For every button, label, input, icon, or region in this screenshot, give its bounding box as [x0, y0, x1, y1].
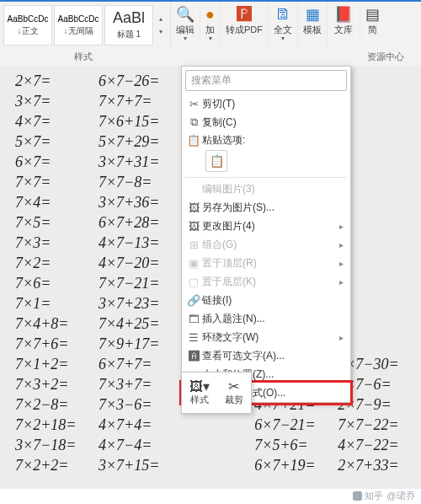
math-expression: 2×7+33= [338, 455, 421, 475]
styles-expand[interactable]: ▴ ▾ [155, 5, 167, 46]
math-expression: 7×1= [15, 293, 99, 314]
ribbon-btn-label: 文库 [334, 24, 353, 36]
style-normal[interactable]: AaBbCcDc ↓正文 [3, 5, 52, 46]
menu-label: 编辑图片(3) [202, 182, 344, 196]
chevron-right-icon: ▸ [339, 222, 344, 231]
menu-label: 置于顶层(R) [202, 256, 339, 271]
menu-label: 粘贴选项: [202, 133, 344, 147]
paste-option-keep-source[interactable]: 📋 [205, 150, 227, 172]
menu-wrap-text[interactable]: ☰ 环绕文字(W) ▸ [182, 328, 350, 346]
math-expression: 4×7−4= [99, 435, 254, 455]
menu-link[interactable]: 🔗 链接(I) [182, 291, 350, 309]
math-expression: 7×2+18= [15, 415, 99, 435]
math-expression: 6×7+19= [254, 455, 338, 475]
math-expression: 7×4= [15, 192, 99, 212]
addins-button[interactable]: ● 加 ▾ [200, 2, 221, 46]
menu-send-back: ▢ 置于底层(K) ▸ [182, 272, 350, 291]
menu-search-input[interactable]: 搜索菜单 [185, 70, 347, 91]
chevron-down-icon: ▾ [281, 35, 285, 42]
chevron-right-icon: ▸ [339, 259, 344, 268]
menu-save-as-picture[interactable]: 🖾 另存为图片(S)... [182, 198, 350, 217]
math-expression: 5×7= [15, 131, 99, 152]
ribbon-btn-label: 转成PDF [226, 24, 263, 36]
cut-icon: ✂ [185, 98, 202, 110]
picture-context-menu: 搜索菜单 ✂ 剪切(T) ⧉ 复制(C) 📋 粘贴选项: 📋 编辑图片(3) 🖾… [181, 66, 351, 403]
math-expression: 7×5+6= [254, 435, 338, 455]
menu-cut[interactable]: ✂ 剪切(T) [182, 94, 350, 113]
chevron-up-icon: ▴ [159, 15, 163, 23]
style-label-text: ↓无间隔 [64, 25, 93, 37]
picture-style-icon: 🖼▾ [189, 380, 210, 394]
simplify-button[interactable]: ▤ 简 [360, 2, 385, 46]
math-expression: 3×7−18= [15, 435, 99, 455]
mini-style-button[interactable]: 🖼▾ 样式 [182, 373, 216, 413]
addin-icon: ● [205, 5, 215, 24]
style-preview-text: AaBl [113, 10, 145, 27]
math-expression: 7×3= [15, 233, 99, 253]
menu-label: 置于底层(K) [202, 275, 339, 289]
style-label-text: ↓正文 [18, 25, 39, 37]
chevron-down-icon: ▾ [184, 35, 187, 42]
group-label-resources: 资源中心 [367, 51, 404, 63]
watermark-text: 知乎 @珺乔 [365, 490, 416, 502]
pdf-icon: 🅿 [237, 5, 252, 24]
style-heading-1[interactable]: AaBl 标题 1 [104, 5, 153, 46]
wrap-text-icon: ☰ [185, 331, 202, 344]
caption-icon: 🗔 [185, 313, 202, 325]
simplify-icon: ▤ [365, 5, 380, 24]
templates-button[interactable]: ▦ 模板 [298, 2, 328, 46]
group-label-styles: 样式 [74, 51, 93, 63]
menu-edit-picture: 编辑图片(3) [182, 180, 350, 198]
save-picture-icon: 🖾 [185, 201, 202, 214]
group-icon: ⊞ [185, 239, 202, 251]
mini-btn-label: 样式 [190, 394, 209, 406]
menu-group: ⊞ 组合(G) ▸ [182, 235, 350, 254]
menu-view-alt-text[interactable]: 🅰 查看可选文字(A)... [182, 346, 350, 365]
library-button[interactable]: 📕 文库 [328, 2, 360, 46]
math-expression: 7×2= [15, 253, 99, 273]
menu-label: 组合(G) [202, 238, 339, 252]
search-icon: 🔍 [176, 5, 195, 24]
copy-icon: ⧉ [185, 115, 202, 129]
paste-options-row: 📋 [182, 148, 350, 175]
library-icon: 📕 [333, 5, 354, 24]
menu-separator [185, 177, 347, 178]
menu-label: 插入题注(N)... [202, 312, 344, 326]
menu-label: 剪切(T) [202, 97, 344, 111]
math-column: 2×7=3×7=4×7=5×7=6×7=7×7=7×4=7×5=7×3=7×2=… [15, 71, 99, 475]
edit-button[interactable]: 🔍 编辑 ▾ [171, 2, 200, 46]
menu-paste-options-header: 📋 粘贴选项: [182, 131, 350, 148]
chevron-right-icon: ▸ [339, 277, 344, 287]
style-no-spacing[interactable]: AaBbCcDc ↓无间隔 [54, 5, 103, 46]
translate-icon: 🖺 [275, 5, 290, 24]
chevron-right-icon: ▸ [339, 240, 344, 249]
math-expression: 7×1+2= [15, 354, 99, 374]
chevron-down-icon: ▾ [159, 28, 163, 35]
math-expression: 4×7−22= [338, 435, 421, 455]
styles-gallery: AaBbCcDc ↓正文 AaBbCcDc ↓无间隔 AaBl 标题 1 ▴ ▾ [0, 2, 171, 47]
templates-icon: ▦ [306, 5, 320, 24]
math-expression: 4×7+4= [99, 415, 254, 435]
chevron-right-icon: ▸ [339, 333, 344, 342]
to-pdf-button[interactable]: 🅿 转成PDF [221, 2, 269, 46]
link-icon: 🔗 [185, 294, 202, 307]
style-preview-text: AaBbCcDc [58, 14, 99, 24]
fulltext-button[interactable]: 🖺 全文 ▾ [269, 2, 298, 46]
menu-label: 另存为图片(S)... [202, 201, 344, 215]
ribbon-btn-label: 模板 [303, 24, 322, 36]
menu-label: 复制(C) [202, 115, 344, 130]
math-expression: 7×4+8= [15, 314, 99, 334]
bring-front-icon: ▣ [185, 257, 202, 270]
zhihu-logo-icon [353, 491, 362, 501]
math-expression: 7×2+2= [15, 455, 99, 475]
mini-crop-button[interactable]: ✂ 裁剪 [216, 373, 251, 413]
menu-change-picture[interactable]: 🖼 更改图片(4) ▸ [182, 217, 350, 235]
menu-insert-caption[interactable]: 🗔 插入题注(N)... [182, 309, 350, 328]
ribbon-btn-label: 简 [368, 24, 377, 36]
menu-label: 查看可选文字(A)... [202, 349, 344, 363]
menu-copy[interactable]: ⧉ 复制(C) [182, 113, 350, 131]
style-label-text: 标题 1 [117, 29, 141, 40]
chevron-down-icon: ▾ [209, 35, 212, 42]
math-expression: 7×5= [15, 212, 99, 233]
math-expression: 7×6= [15, 273, 99, 293]
